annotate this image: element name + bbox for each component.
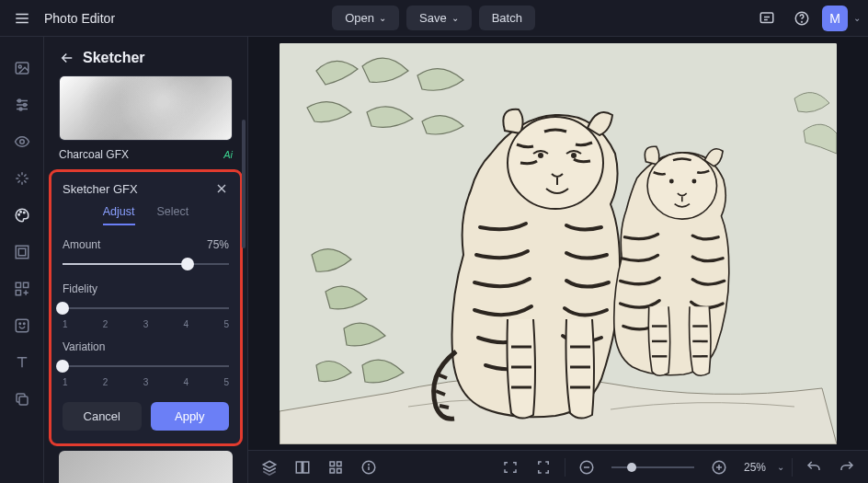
sliders-icon bbox=[14, 97, 30, 113]
hamburger-icon bbox=[14, 10, 30, 27]
svg-rect-36 bbox=[303, 462, 309, 473]
compare-icon bbox=[294, 459, 311, 476]
chevron-down-icon[interactable]: ⌄ bbox=[853, 13, 861, 23]
svg-point-43 bbox=[369, 464, 370, 465]
help-button[interactable] bbox=[787, 4, 817, 33]
svg-point-24 bbox=[19, 323, 21, 325]
info-icon bbox=[360, 459, 377, 476]
svg-rect-39 bbox=[330, 468, 335, 473]
thumbnail-label: Charcoal GFX bbox=[59, 148, 129, 161]
rail-effects[interactable] bbox=[6, 199, 39, 232]
close-button[interactable] bbox=[214, 181, 229, 196]
panel-title: Sketcher bbox=[83, 50, 145, 66]
rail-sparkle[interactable] bbox=[6, 162, 39, 195]
save-button[interactable]: Save⌄ bbox=[406, 6, 472, 30]
rail-adjust[interactable] bbox=[6, 88, 39, 121]
text-icon bbox=[14, 354, 30, 371]
fidelity-label: Fidelity bbox=[63, 282, 97, 295]
rail-layers[interactable] bbox=[6, 383, 39, 416]
retouch-icon bbox=[14, 317, 30, 334]
tab-adjust[interactable]: Adjust bbox=[103, 205, 135, 225]
rail-text[interactable] bbox=[6, 346, 39, 379]
rail-image[interactable] bbox=[6, 52, 39, 85]
plus-circle-icon bbox=[711, 459, 727, 476]
canvas-artwork bbox=[280, 43, 837, 444]
chat-icon bbox=[759, 10, 775, 27]
rail-eye[interactable] bbox=[6, 125, 39, 158]
image-icon bbox=[14, 60, 30, 76]
separator bbox=[565, 458, 565, 477]
svg-point-31 bbox=[571, 153, 577, 158]
open-label: Open bbox=[345, 11, 374, 25]
user-avatar[interactable]: M bbox=[822, 6, 848, 31]
rail-frame[interactable] bbox=[6, 236, 39, 269]
minus-circle-icon bbox=[578, 459, 595, 476]
card-actions: Cancel Apply bbox=[63, 402, 229, 431]
left-rail bbox=[0, 37, 44, 483]
zoom-percent: 25% bbox=[744, 461, 766, 474]
card-title: Sketcher GFX bbox=[63, 182, 138, 196]
svg-point-7 bbox=[18, 65, 21, 68]
svg-point-32 bbox=[647, 152, 716, 218]
svg-rect-22 bbox=[16, 291, 20, 295]
announcement-button[interactable] bbox=[752, 4, 782, 33]
open-button[interactable]: Open⌄ bbox=[332, 6, 399, 30]
layers-icon bbox=[261, 459, 278, 476]
variation-slider[interactable] bbox=[63, 359, 229, 374]
chevron-down-icon[interactable]: ⌄ bbox=[777, 462, 784, 472]
svg-rect-18 bbox=[16, 246, 29, 259]
redo-button[interactable] bbox=[833, 454, 861, 481]
panel-scrollbar[interactable] bbox=[242, 120, 246, 248]
frame-icon bbox=[14, 244, 30, 260]
save-label: Save bbox=[419, 11, 447, 25]
amount-slider[interactable] bbox=[63, 257, 229, 271]
canvas[interactable] bbox=[280, 43, 837, 444]
grid-button[interactable] bbox=[322, 454, 349, 481]
canvas-area bbox=[248, 37, 868, 450]
svg-point-25 bbox=[23, 323, 25, 325]
separator bbox=[792, 458, 793, 477]
variation-label: Variation bbox=[63, 340, 105, 353]
svg-rect-35 bbox=[296, 462, 302, 473]
layers-button[interactable] bbox=[256, 454, 283, 481]
next-effect-thumbnail[interactable] bbox=[59, 451, 233, 483]
compare-button[interactable] bbox=[289, 454, 316, 481]
svg-point-16 bbox=[19, 212, 21, 213]
amount-slider-block: Amount 75% bbox=[63, 238, 229, 271]
chevron-down-icon: ⌄ bbox=[451, 13, 459, 23]
undo-button[interactable] bbox=[800, 454, 828, 481]
rail-retouch[interactable] bbox=[6, 309, 39, 342]
tab-select[interactable]: Select bbox=[157, 205, 189, 225]
bottom-bar: 25% ⌄ bbox=[248, 450, 868, 483]
arrow-left-icon bbox=[59, 50, 75, 66]
apply-button[interactable]: Apply bbox=[151, 402, 230, 431]
undo-icon bbox=[805, 459, 822, 476]
zoom-in-button[interactable] bbox=[705, 454, 733, 481]
effect-thumbnail[interactable] bbox=[59, 75, 233, 141]
fidelity-slider[interactable] bbox=[63, 301, 229, 316]
fidelity-slider-block: Fidelity 1 2 3 4 5 bbox=[63, 282, 229, 329]
top-bar: Photo Editor Open⌄ Save⌄ Batch M ⌄ bbox=[0, 0, 868, 37]
zoom-slider[interactable] bbox=[611, 466, 694, 468]
svg-rect-37 bbox=[330, 462, 335, 466]
redo-icon bbox=[839, 459, 855, 476]
menu-button[interactable] bbox=[7, 4, 37, 33]
cancel-button[interactable]: Cancel bbox=[63, 402, 142, 431]
zoom-out-button[interactable] bbox=[573, 454, 600, 481]
svg-point-15 bbox=[17, 214, 19, 216]
grid-icon bbox=[327, 459, 344, 476]
variation-ticks: 1 2 3 4 5 bbox=[63, 377, 229, 387]
svg-point-14 bbox=[19, 140, 24, 144]
batch-button[interactable]: Batch bbox=[479, 6, 535, 30]
expand-icon bbox=[535, 459, 552, 476]
svg-point-34 bbox=[691, 178, 696, 183]
amount-label: Amount bbox=[63, 238, 100, 251]
back-button[interactable] bbox=[59, 50, 75, 66]
info-button[interactable] bbox=[355, 454, 383, 481]
actual-size-button[interactable] bbox=[530, 454, 557, 481]
close-icon bbox=[214, 181, 229, 196]
panel-header: Sketcher bbox=[44, 37, 247, 75]
svg-point-33 bbox=[669, 178, 674, 183]
rail-elements[interactable] bbox=[6, 272, 39, 305]
fit-button[interactable] bbox=[497, 454, 524, 481]
